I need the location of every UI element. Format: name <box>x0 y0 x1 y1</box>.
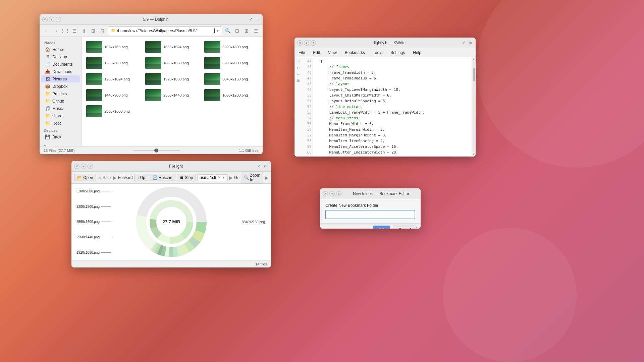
sidebar-desktop-label: Desktop <box>52 55 67 59</box>
filelight-more-icon[interactable]: ▶ <box>265 173 268 182</box>
kwrite-menu-file[interactable]: File <box>297 50 306 56</box>
kwrite-close-button[interactable]: ✕ <box>297 40 303 46</box>
filelight-address[interactable]: asma/5.9 ✕ ▼ <box>197 174 227 181</box>
dolphin-preview2-icon[interactable]: ⊟ <box>233 27 241 35</box>
bookmark-editor-body: Create New Bookmark Folder <box>320 199 421 223</box>
kwrite-menu-settings[interactable]: Settings <box>389 50 406 56</box>
filelight-fullscreen-icon[interactable]: ▭ <box>263 164 268 169</box>
dolphin-maximize-button[interactable]: ∧ <box>56 17 61 22</box>
filelight-back-icon[interactable]: ◀ <box>97 173 101 182</box>
file-item-2560x1600[interactable]: 2560x1600.png <box>84 104 142 119</box>
sidebar-item-downloads[interactable]: 📥 Downloads <box>41 68 80 75</box>
dolphin-menu-icon[interactable]: ☰ <box>252 27 260 35</box>
dolphin-forward-button[interactable]: → <box>52 27 60 35</box>
sidebar-item-home[interactable]: 🏠 Home <box>41 46 80 53</box>
rescan-icon: 🔄 <box>153 175 158 180</box>
filelight-zoomin-button[interactable]: 🔍 Zoom In <box>241 172 263 184</box>
bookmark-editor-maximize-button[interactable]: ∧ <box>336 191 341 196</box>
fl-addr-clear[interactable]: ✕ <box>218 175 221 180</box>
kwrite-scrollbar[interactable]: ▲ ▼ <box>472 57 476 157</box>
kwrite-menu-tools[interactable]: Tools <box>372 50 384 56</box>
addr-dropdown-icon[interactable]: ▼ <box>216 29 219 33</box>
sidebar-item-pictures[interactable]: 🖼 Pictures <box>41 75 80 82</box>
kwrite-fullscreen-icon[interactable]: ▭ <box>468 40 473 46</box>
dolphin-sort-icon[interactable]: ⇅ <box>99 27 107 35</box>
dolphin-preview-icon[interactable]: ⊞ <box>89 27 97 35</box>
dolphin-view-icon[interactable]: ⋮⋮ <box>61 27 69 35</box>
file-item-1280x1024[interactable]: 1280x1024.png <box>84 72 142 86</box>
dolphin-expand-icon[interactable]: ⤢ <box>248 17 253 22</box>
file-item-2560x1440[interactable]: 2560x1440.png <box>143 88 201 103</box>
donut-chart-svg: 27.7 MiB <box>131 184 212 260</box>
dolphin-view-list-icon[interactable]: ☰ <box>70 27 78 35</box>
file-item-3200x1800[interactable]: 3200x1800.png <box>202 40 260 54</box>
sidebar-item-projects[interactable]: 📁 Projects <box>41 90 80 97</box>
dolphin-terminal-icon[interactable]: ⊞ <box>243 27 251 35</box>
bookmark-folder-name-input[interactable] <box>325 210 415 219</box>
kwrite-sidebar-toggle-icon[interactable]: ⊞ <box>297 79 300 82</box>
filelight-close-button[interactable]: ✕ <box>74 164 79 169</box>
kwrite-code-area[interactable]: { // frames Frame_FrameWidth = 5, Frame_… <box>313 57 472 157</box>
bookmark-editor-minimize-button[interactable]: ∨ <box>329 191 335 196</box>
kwrite-menu-bookmarks[interactable]: Bookmarks <box>343 50 366 56</box>
dolphin-fullscreen-icon[interactable]: ▭ <box>255 17 260 22</box>
dolphin-zoom-slider[interactable] <box>77 150 236 151</box>
sidebar-item-music[interactable]: 🎵 Music <box>41 105 80 112</box>
dolphin-back-button[interactable]: ← <box>42 27 50 35</box>
file-thumb-1280x1024 <box>86 73 102 85</box>
file-item-1440x900[interactable]: 1440x900.png <box>84 88 142 103</box>
dolphin-search-icon[interactable]: 🔍 <box>224 27 232 35</box>
filelight-go-icon[interactable]: ▶ <box>229 173 233 182</box>
sidebar-item-github[interactable]: 📁 Github <box>41 98 80 105</box>
bookmark-editor-ok-button[interactable]: OK <box>373 226 390 229</box>
file-item-3200x2000[interactable]: 3200x2000.png <box>202 56 260 70</box>
file-thumb-644x362 <box>145 73 161 85</box>
bookmark-editor-close-button[interactable]: ✕ <box>323 191 328 196</box>
filelight-minimize-button[interactable]: ∨ <box>81 164 86 169</box>
dolphin-minimize-button[interactable]: ∨ <box>49 17 54 22</box>
kwrite-sidebar-redo-icon[interactable]: ↪ <box>297 72 300 76</box>
dolphin-address-bar[interactable]: 📁 /home/luwx/Pictures/Wallpapers/Plasma/… <box>108 26 222 35</box>
scrollbar-down-icon[interactable]: ▼ <box>473 153 475 156</box>
sidebar-pictures-label: Pictures <box>52 77 67 81</box>
scrollbar-up-icon[interactable]: ▲ <box>473 58 475 61</box>
file-item-1280x800[interactable]: 1280x800.png <box>84 56 142 70</box>
code-line-59: // menu items <box>316 115 469 121</box>
file-item-3840x2160[interactable]: 3840x2160.png <box>202 72 260 86</box>
kwrite-maximize-button[interactable]: ∧ <box>311 40 316 46</box>
filelight-rescan-button[interactable]: 🔄 Rescan <box>150 174 175 181</box>
sidebar-item-back-device[interactable]: 💾 Back <box>41 133 80 140</box>
kwrite-sidebar-doc-icon[interactable]: 📄 <box>296 60 300 63</box>
sidebar-item-documents[interactable]: 📄 Documents <box>41 61 80 68</box>
fl-addr-dropdown[interactable]: ▼ <box>222 176 225 179</box>
sidebar-item-share[interactable]: 📁 share <box>41 112 80 119</box>
dolphin-close-button[interactable]: ✕ <box>42 17 48 22</box>
kwrite-menu-view[interactable]: View <box>327 50 338 56</box>
kwrite-minimize-button[interactable]: ∨ <box>304 40 309 46</box>
file-item-1638x1024[interactable]: 1638x1024.png <box>143 40 201 54</box>
file-item-644x362[interactable]: 644x362.png <box>143 72 201 86</box>
kwrite-sidebar-undo-icon[interactable]: ↩ <box>297 66 300 70</box>
sidebar-item-dropbox[interactable]: 📦 Dropbox <box>41 83 80 90</box>
kwrite-menu-help[interactable]: Help <box>412 50 423 56</box>
filelight-title: Filelight <box>96 164 256 169</box>
filelight-maximize-button[interactable]: ∧ <box>88 164 93 169</box>
scrollbar-thumb[interactable] <box>473 68 475 81</box>
file-item-1600x1200[interactable]: 1600x1200.png <box>202 88 260 103</box>
kwrite-menu-edit[interactable]: Edit <box>312 50 321 56</box>
filelight-stop-button[interactable]: ⏹ Stop <box>177 174 196 181</box>
bookmark-editor-controls: ✕ ∨ ∧ <box>323 191 341 196</box>
filelight-open-button[interactable]: 📂 Open <box>74 174 96 181</box>
filelight-up-button[interactable]: ↑ Up <box>134 174 148 181</box>
code-line-53: Layout_ChildMarginWidth = 6, <box>316 93 469 98</box>
file-item-1680x1050[interactable]: 1680x1050.png <box>143 56 201 70</box>
file-item-1024x768[interactable]: 1024x768.png <box>84 40 142 54</box>
filelight-forward-icon[interactable]: ▶ <box>113 173 116 182</box>
dolphin-titlebar: ✕ ∨ ∧ 5.9 — Dolphin ⤢ ▭ <box>40 14 263 25</box>
bookmark-editor-cancel-button[interactable]: Cancel <box>393 226 417 229</box>
filelight-expand-icon[interactable]: ⤢ <box>256 164 262 169</box>
sidebar-item-desktop[interactable]: 🖥 Desktop <box>41 53 80 60</box>
dolphin-info-icon[interactable]: ℹ <box>80 27 88 35</box>
kwrite-expand-icon[interactable]: ⤢ <box>461 40 466 46</box>
sidebar-item-root[interactable]: 📁 Root <box>41 120 80 127</box>
